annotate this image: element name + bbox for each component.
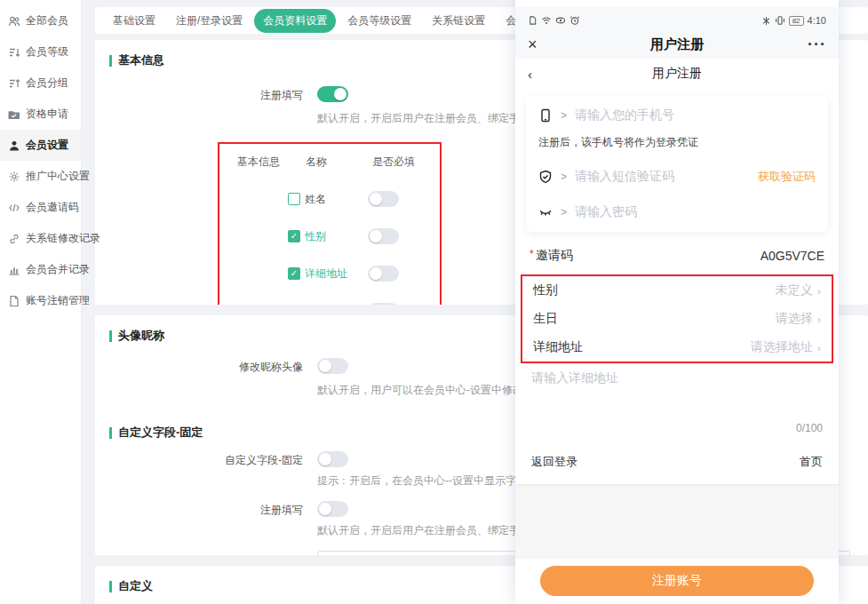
toggle-knob <box>370 230 382 242</box>
link-icon <box>8 233 20 245</box>
toggle-knob <box>334 88 346 100</box>
back-to-login-link[interactable]: 返回登录 <box>531 454 577 470</box>
phone-preview-drawer: 82 4:10 × 用户注册 ··· ‹ 用户注册 > 请输入您的手机号 注册后… <box>515 0 839 604</box>
chevron-right-icon: › <box>817 313 821 326</box>
required-toggle-gender[interactable] <box>368 228 399 244</box>
highlighted-picker-group: 性别 未定义› 生日 请选择› 详细地址 请选择地址› <box>521 274 833 363</box>
phone-statusbar: 82 4:10 × 用户注册 ··· <box>515 7 839 59</box>
sidebar-item-label: 会员合并记录 <box>26 262 90 277</box>
custom-register-fill-toggle[interactable] <box>317 501 348 517</box>
custom-register-fill-label: 注册填写 <box>109 501 303 538</box>
vibrate-icon <box>775 15 785 26</box>
col-required: 是否必填 <box>372 155 415 170</box>
shield-check-icon <box>538 170 553 184</box>
sms-code-field[interactable]: > 请输入短信验证码 获取验证码 <box>538 159 816 195</box>
address-value: 请选择地址 <box>751 339 813 355</box>
modify-nickname-toggle[interactable] <box>317 358 348 374</box>
green-bar <box>109 581 112 592</box>
sidebar-item-account-cancel[interactable]: 账号注销管理 <box>0 285 81 316</box>
wifi-icon <box>541 15 552 26</box>
statusbar-left-icons <box>528 15 580 26</box>
chevron-right-icon: > <box>561 171 567 183</box>
sidebar-item-label: 会员邀请码 <box>26 200 79 215</box>
sidebar-item-label: 资格申请 <box>26 107 68 122</box>
table-row: ✓ 生日 <box>237 303 422 305</box>
tab-basic-settings[interactable]: 基础设置 <box>104 9 164 33</box>
char-counter: 0/100 <box>531 422 823 434</box>
rank-up-icon <box>8 77 20 90</box>
address-textarea[interactable]: 请输入详细地址 0/100 <box>515 363 839 438</box>
folder-check-icon <box>8 108 20 121</box>
tab-member-level-settings[interactable]: 会员等级设置 <box>338 9 420 33</box>
bar-chart-icon <box>8 264 20 276</box>
sidebar-item-label: 会员分组 <box>26 76 68 91</box>
sidebar-item-label: 推广中心设置 <box>26 169 90 184</box>
tab-relation-chain-settings[interactable]: 关系链设置 <box>423 9 494 33</box>
sidebar-item-qualification[interactable]: 资格申请 <box>0 99 81 130</box>
required-toggle-name[interactable] <box>368 191 399 207</box>
sidebar-item-member-group[interactable]: 会员分组 <box>0 68 81 99</box>
sidebar-item-member-settings[interactable]: 会员设置 <box>0 130 81 161</box>
sidebar-item-merge-log[interactable]: 会员合并记录 <box>0 254 81 285</box>
invite-code-value: A0G5V7CE <box>760 249 824 263</box>
battery-icon: 82 <box>789 16 804 26</box>
checkbox-address[interactable]: ✓ <box>288 267 300 280</box>
col-name: 名称 <box>306 155 372 170</box>
home-link[interactable]: 首页 <box>800 454 823 470</box>
mobile-icon <box>538 108 553 123</box>
gender-value: 未定义 <box>776 282 813 298</box>
tab-member-profile-settings[interactable]: 会员资料设置 <box>254 9 336 33</box>
tab-register-login-settings[interactable]: 注册/登录设置 <box>167 9 251 33</box>
chevron-right-icon: › <box>817 284 821 298</box>
green-bar <box>109 427 112 439</box>
get-sms-code-button[interactable]: 获取验证码 <box>758 169 816 185</box>
register-account-button[interactable]: 注册账号 <box>540 566 814 596</box>
phone-nav-title: 用户注册 <box>528 36 826 53</box>
phone-hint: 注册后，该手机号将作为登录凭证 <box>538 133 816 159</box>
user-icon <box>8 139 20 152</box>
sidebar-item-relation-log[interactable]: 关系链修改记录 <box>0 223 81 254</box>
required-toggle-address[interactable] <box>368 266 399 282</box>
custom-fixed-toggle[interactable] <box>317 451 348 467</box>
address-picker-row[interactable]: 详细地址 请选择地址› <box>522 333 832 362</box>
register-fill-label: 注册填写 <box>109 86 303 126</box>
sidebar-item-label: 会员设置 <box>26 138 68 153</box>
toggle-knob <box>319 503 331 515</box>
chevron-right-icon: > <box>561 206 567 219</box>
page-background-filler <box>515 484 839 559</box>
address-textarea-placeholder: 请输入详细地址 <box>531 370 823 386</box>
alarm-icon <box>569 15 580 26</box>
eye-icon <box>555 15 566 26</box>
phone-subnav: ‹ 用户注册 <box>515 59 839 89</box>
phone-number-field[interactable]: > 请输入您的手机号 <box>538 98 816 133</box>
password-field[interactable]: > 请输入密码 <box>538 195 816 230</box>
chevron-right-icon: > <box>561 109 567 122</box>
chevron-right-icon: › <box>817 341 821 354</box>
green-bar <box>109 330 112 342</box>
phone-placeholder: 请输入您的手机号 <box>575 107 674 123</box>
register-fill-toggle[interactable] <box>317 86 348 102</box>
sidebar-item-label: 全部会员 <box>26 13 68 28</box>
sidebar-item-promotion-settings[interactable]: 推广中心设置 <box>0 161 81 192</box>
checkbox-name[interactable] <box>288 193 300 205</box>
gender-picker-row[interactable]: 性别 未定义› <box>522 276 832 305</box>
eye-closed-icon <box>538 205 553 219</box>
required-toggle-birthday[interactable] <box>368 303 399 305</box>
silent-icon <box>761 16 771 26</box>
birthday-picker-row[interactable]: 生日 请选择› <box>522 305 832 333</box>
sim-icon <box>528 15 538 26</box>
sidebar-item-member-level[interactable]: 会员等级 <box>0 36 81 68</box>
field-name: 姓名 <box>305 192 326 207</box>
toggle-knob <box>319 360 331 372</box>
invite-code-row[interactable]: 邀请码 A0G5V7CE <box>515 232 839 274</box>
sidebar-item-all-members[interactable]: 全部会员 <box>0 5 81 36</box>
statusbar-time: 4:10 <box>808 15 826 26</box>
sidebar-item-label: 账号注销管理 <box>26 293 90 308</box>
table-row: ✓ 详细地址 <box>237 266 422 282</box>
checkbox-gender[interactable]: ✓ <box>288 230 300 242</box>
sidebar-item-invite-code[interactable]: 会员邀请码 <box>0 192 81 223</box>
file-icon <box>8 295 20 307</box>
sidebar-item-label: 会员等级 <box>26 44 68 60</box>
toggle-knob <box>319 453 331 465</box>
gear-icon <box>8 171 20 183</box>
